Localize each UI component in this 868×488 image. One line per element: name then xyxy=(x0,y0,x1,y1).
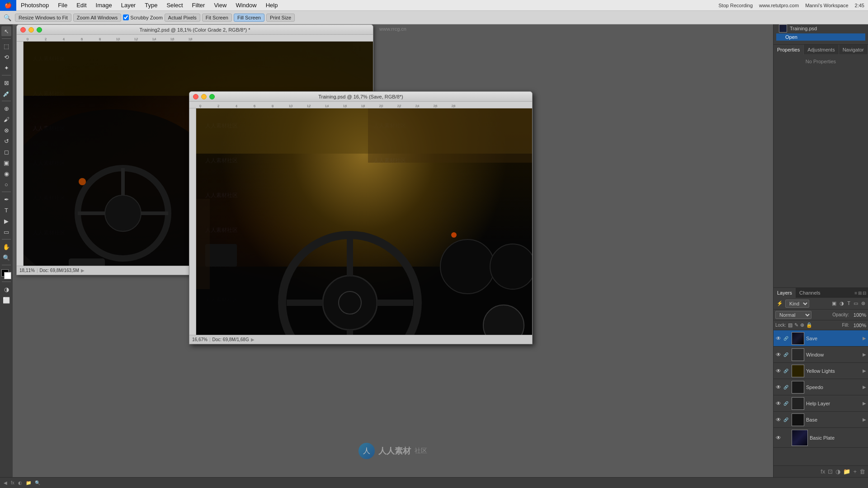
layer-item-window[interactable]: 👁 🔗 Window ▶ xyxy=(774,347,868,363)
layers-panel-icon1[interactable]: ≡ xyxy=(854,291,857,296)
hand-tool[interactable]: ✋ xyxy=(1,242,11,252)
fill-screen-btn[interactable]: Fill Screen xyxy=(234,14,264,22)
window1-close-btn[interactable] xyxy=(20,27,26,33)
add-group-btn[interactable]: 📁 xyxy=(843,468,850,475)
scrubby-zoom-check[interactable]: Scrubby Zoom xyxy=(123,14,163,20)
layer-icon-smart[interactable]: ⊛ xyxy=(860,300,866,307)
window2-close-btn[interactable] xyxy=(193,94,198,99)
layer-arrow-speedo[interactable]: ▶ xyxy=(863,385,866,389)
scrubby-zoom-input[interactable] xyxy=(123,14,129,20)
pen-tool[interactable]: ✒ xyxy=(1,194,11,204)
menu-type[interactable]: Type xyxy=(140,0,162,11)
lock-all-icon[interactable]: 🔒 xyxy=(806,322,812,328)
tab-layers[interactable]: Layers xyxy=(774,288,796,298)
layer-icon-type[interactable]: T xyxy=(846,300,851,307)
actual-pixels-btn[interactable]: Actual Pixels xyxy=(165,14,200,22)
tab-adjustments[interactable]: Adjustments xyxy=(804,45,839,55)
layer-icon-adjust[interactable]: ◑ xyxy=(839,300,845,307)
background-color[interactable] xyxy=(4,272,11,279)
print-size-btn[interactable]: Print Size xyxy=(266,14,295,22)
window2-canvas[interactable]: 人人素材社区 人人素材社区 人人素材社区 人人素材社区 人人素材社区 人人素材社… xyxy=(196,108,532,335)
layer-arrow-window[interactable]: ▶ xyxy=(863,352,866,357)
layer-item-save[interactable]: 👁 🔗 Save ▶ xyxy=(774,330,868,347)
eraser-tool[interactable]: ◻ xyxy=(1,147,11,157)
layer-item-speedo[interactable]: 👁 🔗 Speedo ▶ xyxy=(774,379,868,395)
layer-vis-yellow-lights[interactable]: 👁 xyxy=(775,368,782,374)
add-layer-btn[interactable]: + xyxy=(853,468,857,475)
move-tool[interactable]: ↖ xyxy=(1,26,11,36)
layers-panel-icon3[interactable]: ⊟ xyxy=(863,291,866,296)
menu-layer[interactable]: Layer xyxy=(117,0,141,11)
clone-tool[interactable]: ⊗ xyxy=(1,125,11,135)
shape-tool[interactable]: ▭ xyxy=(1,227,11,237)
lock-pixel-icon[interactable]: ▨ xyxy=(788,322,793,328)
layer-vis-basic-plate[interactable]: 👁 xyxy=(775,435,782,441)
zoom-tool[interactable]: 🔍 xyxy=(1,253,11,263)
layer-vis-help-layer[interactable]: 👁 xyxy=(775,400,782,407)
layer-icon-shape[interactable]: ▭ xyxy=(853,300,859,307)
menu-filter[interactable]: Filter xyxy=(188,0,210,11)
layer-item-base[interactable]: 👁 🔗 Base ▶ xyxy=(774,412,868,428)
layer-vis-window[interactable]: 👁 xyxy=(775,352,782,358)
blur-tool[interactable]: ◉ xyxy=(1,169,11,178)
workspace-selector[interactable]: Manni's Workspace xyxy=(805,3,848,8)
blend-mode-dropdown[interactable]: Normal xyxy=(775,311,811,319)
delete-layer-btn[interactable]: 🗑 xyxy=(859,468,865,475)
apple-menu[interactable]: 🍎 xyxy=(0,0,16,11)
menu-select[interactable]: Select xyxy=(162,0,187,11)
add-mask-btn[interactable]: ⊡ xyxy=(828,468,833,475)
brush-tool[interactable]: 🖌 xyxy=(1,114,11,124)
window2-minimize-btn[interactable] xyxy=(201,94,207,99)
history-brush-tool[interactable]: ↺ xyxy=(1,136,11,146)
layers-filter-dropdown[interactable]: Kind xyxy=(785,300,809,308)
stop-recording[interactable]: Stop Recording xyxy=(718,3,753,8)
menu-photoshop[interactable]: Photoshop xyxy=(16,0,53,11)
layer-vis-speedo[interactable]: 👁 xyxy=(775,384,782,390)
magic-wand-tool[interactable]: ✦ xyxy=(1,63,11,73)
window1-minimize-btn[interactable] xyxy=(28,27,34,33)
layer-vis-save[interactable]: 👁 xyxy=(775,335,782,342)
lock-position-icon[interactable]: ✎ xyxy=(794,322,798,328)
add-adjustment-btn[interactable]: ◑ xyxy=(835,468,840,475)
menu-image[interactable]: Image xyxy=(91,0,117,11)
fill-value[interactable]: 100% xyxy=(850,323,866,328)
window2-progress-arrow[interactable]: ▶ xyxy=(251,337,255,342)
menu-window[interactable]: Window xyxy=(231,0,261,11)
menu-edit[interactable]: Edit xyxy=(72,0,91,11)
zoom-all-windows-btn[interactable]: Zoom All Windows xyxy=(73,14,121,22)
menu-file[interactable]: File xyxy=(53,0,72,11)
layer-arrow-save[interactable]: ▶ xyxy=(863,336,866,341)
color-boxes[interactable] xyxy=(1,269,11,279)
healing-tool[interactable]: ⊕ xyxy=(1,103,11,113)
tab-navigator[interactable]: Navigator xyxy=(839,45,868,55)
eyedropper-tool[interactable]: 💉 xyxy=(1,89,11,99)
tab-channels[interactable]: Channels xyxy=(796,288,824,298)
layer-arrow-base[interactable]: ▶ xyxy=(863,417,866,422)
menu-help[interactable]: Help xyxy=(261,0,283,11)
layer-item-basic-plate[interactable]: 👁 Basic Plate xyxy=(774,428,868,448)
path-selection-tool[interactable]: ▶ xyxy=(1,216,11,226)
add-style-btn[interactable]: fx xyxy=(821,468,825,475)
window2-maximize-btn[interactable] xyxy=(209,94,215,99)
window1-maximize-btn[interactable] xyxy=(37,27,42,33)
layer-arrow-yellow-lights[interactable]: ▶ xyxy=(863,368,866,373)
gradient-tool[interactable]: ▣ xyxy=(1,158,11,168)
lock-artboards-icon[interactable]: ⊕ xyxy=(800,322,804,328)
dodge-tool[interactable]: ○ xyxy=(1,179,11,189)
layer-item-help-layer[interactable]: 👁 🔗 Help Layer ▶ xyxy=(774,395,868,412)
history-item-open[interactable]: Open xyxy=(776,33,865,41)
opacity-value[interactable]: 100% xyxy=(850,312,866,318)
fit-screen-btn[interactable]: Fit Screen xyxy=(202,14,232,22)
tab-properties[interactable]: Properties xyxy=(774,45,804,55)
marquee-tool[interactable]: ⬚ xyxy=(1,41,11,51)
window1-progress-arrow[interactable]: ▶ xyxy=(81,268,85,273)
layer-icon-pixel[interactable]: ▣ xyxy=(831,300,837,307)
window2[interactable]: Training.psd @ 16,7% (Save, RGB/8*) 0 2 … xyxy=(189,91,533,344)
layer-item-yellow-lights[interactable]: 👁 🔗 Yellow Lights ▶ xyxy=(774,363,868,379)
screen-mode-tool[interactable]: ⬜ xyxy=(1,295,11,305)
lasso-tool[interactable]: ⟲ xyxy=(1,52,11,62)
menu-view[interactable]: View xyxy=(209,0,231,11)
layers-panel-icon2[interactable]: ⊞ xyxy=(858,291,862,296)
crop-tool[interactable]: ⊠ xyxy=(1,78,11,88)
type-tool[interactable]: T xyxy=(1,205,11,215)
